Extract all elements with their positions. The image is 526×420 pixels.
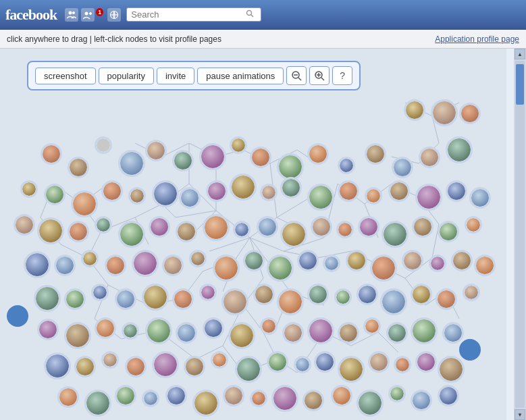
node[interactable]: [303, 390, 324, 411]
node[interactable]: [162, 255, 184, 276]
node[interactable]: [192, 390, 219, 417]
node[interactable]: [64, 322, 91, 349]
node[interactable]: [388, 180, 410, 202]
node[interactable]: [74, 356, 96, 377]
node[interactable]: [115, 385, 136, 406]
screenshot-button[interactable]: screenshot: [35, 68, 96, 84]
node[interactable]: [357, 390, 384, 417]
search-button[interactable]: [246, 9, 254, 20]
node[interactable]: [228, 322, 255, 349]
node[interactable]: [250, 390, 267, 407]
node[interactable]: [392, 157, 413, 178]
node[interactable]: [125, 356, 147, 377]
node[interactable]: [357, 284, 378, 305]
search-input[interactable]: [131, 9, 246, 20]
node[interactable]: [189, 250, 207, 267]
node[interactable]: [172, 150, 194, 172]
node[interactable]: [331, 385, 352, 406]
node[interactable]: [44, 352, 71, 379]
node[interactable]: [412, 216, 433, 238]
globe-icon[interactable]: [107, 8, 121, 22]
node[interactable]: [365, 187, 382, 205]
node[interactable]: [267, 351, 288, 373]
node[interactable]: [294, 356, 311, 373]
node[interactable]: [152, 180, 179, 207]
node[interactable]: [380, 288, 407, 315]
scroll-up-arrow[interactable]: ▲: [515, 49, 525, 59]
node[interactable]: [365, 143, 386, 165]
scroll-thumb[interactable]: [516, 64, 524, 105]
node[interactable]: [152, 351, 179, 378]
node[interactable]: [176, 322, 197, 344]
right-scrollbar[interactable]: ▲ ▼: [514, 49, 526, 420]
node[interactable]: [415, 184, 442, 211]
node[interactable]: [459, 103, 481, 124]
node[interactable]: [338, 356, 365, 383]
node[interactable]: [307, 143, 329, 165]
node[interactable]: [429, 255, 446, 272]
node[interactable]: [465, 216, 482, 234]
node[interactable]: [179, 187, 201, 209]
node[interactable]: [132, 250, 159, 277]
node[interactable]: [91, 284, 109, 301]
node[interactable]: [230, 136, 247, 154]
node[interactable]: [101, 351, 119, 369]
node[interactable]: [203, 214, 230, 241]
node[interactable]: [363, 317, 381, 335]
node[interactable]: [213, 255, 240, 282]
node[interactable]: [334, 288, 352, 306]
node[interactable]: [211, 351, 228, 369]
node[interactable]: [346, 250, 367, 271]
node[interactable]: [235, 356, 262, 383]
node[interactable]: [382, 221, 409, 248]
node[interactable]: [64, 288, 86, 310]
node[interactable]: [68, 157, 89, 178]
node[interactable]: [176, 221, 197, 242]
node[interactable]: [307, 317, 334, 344]
node[interactable]: [253, 284, 275, 305]
zoom-in-button[interactable]: [309, 66, 330, 85]
node[interactable]: [95, 216, 112, 234]
node[interactable]: [199, 284, 217, 301]
scroll-track[interactable]: [515, 61, 525, 408]
node[interactable]: [282, 322, 304, 344]
node[interactable]: [145, 317, 172, 344]
scroll-down-arrow[interactable]: ▼: [515, 409, 525, 420]
node[interactable]: [142, 284, 169, 311]
pause-animations-button[interactable]: pause animations: [197, 68, 284, 84]
node[interactable]: [165, 385, 187, 406]
search-bar[interactable]: [126, 7, 261, 22]
node[interactable]: [34, 285, 61, 312]
node[interactable]: [442, 322, 464, 344]
node[interactable]: [128, 187, 146, 205]
node[interactable]: [338, 322, 359, 344]
main-area[interactable]: screenshot popularity invite pause anima…: [0, 49, 526, 420]
node[interactable]: [101, 180, 123, 202]
node[interactable]: [446, 180, 467, 202]
node[interactable]: [20, 180, 38, 198]
node[interactable]: [323, 255, 340, 272]
node[interactable]: [307, 184, 334, 211]
node[interactable]: [243, 250, 265, 271]
node[interactable]: [307, 284, 329, 305]
node[interactable]: [149, 216, 170, 238]
node[interactable]: [184, 356, 205, 377]
node[interactable]: [24, 251, 51, 278]
node[interactable]: [411, 284, 432, 305]
node[interactable]: [338, 180, 359, 202]
node[interactable]: [419, 147, 440, 168]
node[interactable]: [203, 317, 224, 339]
node[interactable]: [54, 255, 76, 276]
node[interactable]: [57, 386, 79, 408]
node[interactable]: [71, 190, 98, 217]
node[interactable]: [142, 390, 159, 407]
node[interactable]: [115, 288, 136, 310]
node[interactable]: [404, 99, 425, 121]
node[interactable]: [105, 255, 126, 276]
node[interactable]: [260, 317, 278, 335]
node[interactable]: [206, 180, 228, 202]
node[interactable]: [436, 288, 457, 310]
node[interactable]: [44, 184, 65, 205]
node[interactable]: [370, 255, 397, 282]
friends-icon[interactable]: [81, 8, 95, 22]
